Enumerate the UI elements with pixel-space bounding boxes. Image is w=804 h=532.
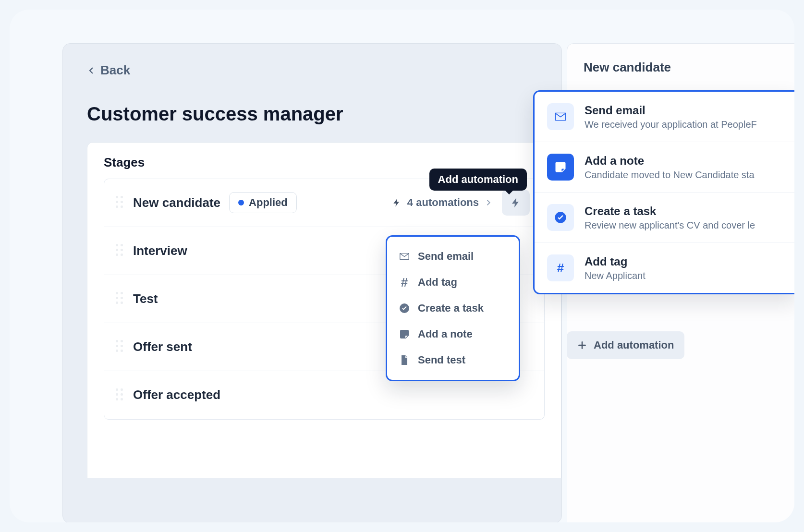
automation-title: Send email bbox=[585, 104, 757, 117]
automation-desc: We received your application at PeopleF bbox=[585, 119, 757, 130]
automation-item-create-task[interactable]: Create a task Review new applicant's CV … bbox=[535, 193, 794, 243]
stage-row-new-candidate[interactable]: New candidate Applied 4 automations Add … bbox=[104, 179, 544, 227]
envelope-icon bbox=[399, 251, 410, 262]
dropdown-item-create-task[interactable]: Create a task bbox=[392, 295, 514, 321]
automation-item-add-note[interactable]: Add a note Candidate moved to New Candid… bbox=[535, 142, 794, 193]
automations-count-label: 4 automations bbox=[407, 196, 479, 209]
hash-icon: # bbox=[547, 254, 574, 281]
stage-name: Test bbox=[133, 291, 158, 306]
add-automation-button-secondary[interactable]: Add automation bbox=[567, 331, 684, 359]
bolt-icon bbox=[392, 197, 402, 208]
note-icon bbox=[547, 154, 574, 181]
drag-handle-icon[interactable] bbox=[116, 196, 124, 209]
dropdown-item-label: Send email bbox=[418, 250, 474, 263]
chevron-right-icon bbox=[485, 197, 492, 208]
check-icon bbox=[547, 204, 574, 231]
drag-handle-icon[interactable] bbox=[116, 340, 124, 353]
stage-name: New candidate bbox=[133, 195, 220, 210]
drag-handle-icon[interactable] bbox=[116, 244, 124, 257]
plus-icon bbox=[577, 340, 587, 350]
dropdown-item-label: Add tag bbox=[418, 276, 457, 289]
doc-icon bbox=[399, 354, 410, 366]
automation-type-dropdown: Send email # Add tag Create a task Add a… bbox=[386, 235, 520, 381]
back-link-label: Back bbox=[100, 63, 130, 78]
page-title: Customer success manager bbox=[63, 79, 561, 142]
drag-handle-icon[interactable] bbox=[116, 388, 124, 402]
stage-name: Interview bbox=[133, 243, 187, 258]
hash-icon: # bbox=[399, 277, 410, 288]
automation-desc: Candidate moved to New Candidate sta bbox=[585, 169, 755, 181]
drag-handle-icon[interactable] bbox=[116, 292, 124, 305]
automation-list-card: Send email We received your application … bbox=[533, 90, 794, 294]
stage-name: Offer sent bbox=[133, 339, 192, 354]
dropdown-item-label: Create a task bbox=[418, 302, 484, 314]
check-icon bbox=[399, 302, 410, 314]
dropdown-item-add-tag[interactable]: # Add tag bbox=[392, 269, 514, 295]
dropdown-item-send-email[interactable]: Send email bbox=[392, 243, 514, 269]
add-automation-label: Add automation bbox=[594, 339, 674, 351]
add-automation-button[interactable]: Add automation bbox=[502, 190, 530, 216]
dropdown-item-add-note[interactable]: Add a note bbox=[392, 321, 514, 347]
dropdown-item-send-test[interactable]: Send test bbox=[392, 347, 514, 373]
automations-count-link[interactable]: 4 automations bbox=[392, 196, 492, 209]
stage-badge-label: Applied bbox=[249, 196, 288, 209]
bolt-icon bbox=[510, 196, 522, 209]
dropdown-item-label: Add a note bbox=[418, 328, 473, 340]
automation-item-send-email[interactable]: Send email We received your application … bbox=[535, 92, 794, 142]
back-link[interactable]: Back bbox=[63, 63, 130, 78]
automation-desc: Review new applicant's CV and cover le bbox=[585, 220, 755, 231]
automation-desc: New Applicant bbox=[585, 270, 646, 281]
chevron-left-icon bbox=[87, 64, 96, 77]
automation-title: Add a note bbox=[585, 154, 755, 168]
stage-name: Offer accepted bbox=[133, 387, 220, 402]
status-dot-icon bbox=[238, 200, 244, 206]
detail-panel-title: New candidate bbox=[584, 60, 794, 87]
dropdown-item-label: Send test bbox=[418, 354, 465, 366]
add-automation-tooltip: Add automation bbox=[429, 169, 527, 191]
stage-badge-applied: Applied bbox=[229, 192, 297, 213]
envelope-icon bbox=[547, 103, 574, 130]
automation-title: Add tag bbox=[585, 255, 646, 268]
automation-title: Create a task bbox=[585, 205, 755, 218]
note-icon bbox=[399, 328, 410, 340]
automation-item-add-tag[interactable]: # Add tag New Applicant bbox=[535, 243, 794, 293]
